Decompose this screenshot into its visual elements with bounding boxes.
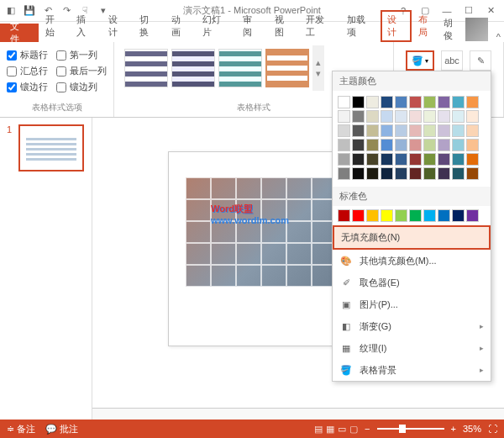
color-swatch[interactable]: [338, 209, 350, 222]
tab-addins[interactable]: 加载项: [340, 10, 381, 42]
color-swatch[interactable]: [395, 153, 407, 166]
color-swatch[interactable]: [423, 153, 436, 166]
chk-banded-row[interactable]: 镶边行: [7, 81, 48, 93]
texture-item[interactable]: ▦ 纹理(I) ▸: [333, 337, 491, 359]
notes-button[interactable]: ≑ 备注: [7, 423, 35, 435]
collapse-ribbon-icon[interactable]: ^: [493, 32, 504, 42]
color-swatch[interactable]: [438, 124, 450, 137]
chk-last-col[interactable]: 最后一列: [56, 65, 107, 77]
color-swatch[interactable]: [366, 96, 379, 108]
color-swatch[interactable]: [438, 110, 450, 123]
color-swatch[interactable]: [352, 110, 365, 123]
zoom-slider[interactable]: [377, 428, 444, 430]
style-gallery-expand[interactable]: ▴▾: [312, 45, 324, 91]
color-swatch[interactable]: [438, 153, 450, 166]
color-swatch[interactable]: [352, 209, 365, 222]
fit-view-icon[interactable]: ⛶: [488, 424, 497, 434]
maximize-icon[interactable]: ☐: [459, 3, 479, 18]
color-swatch[interactable]: [452, 139, 465, 151]
color-swatch[interactable]: [366, 124, 379, 137]
color-swatch[interactable]: [381, 153, 393, 166]
color-swatch[interactable]: [381, 139, 393, 151]
color-swatch[interactable]: [352, 167, 365, 180]
color-swatch[interactable]: [352, 96, 365, 108]
color-swatch[interactable]: [381, 209, 393, 222]
color-swatch[interactable]: [381, 96, 393, 108]
color-swatch[interactable]: [466, 96, 479, 108]
color-swatch[interactable]: [423, 124, 436, 137]
eyedropper-item[interactable]: ✐ 取色器(E): [333, 272, 491, 293]
color-swatch[interactable]: [466, 139, 479, 151]
tab-home[interactable]: 开始: [39, 10, 71, 42]
color-swatch[interactable]: [452, 209, 465, 222]
tab-design[interactable]: 设计: [102, 10, 134, 42]
chk-first-col[interactable]: 第一列: [56, 49, 107, 61]
tab-table-layout[interactable]: 布局: [412, 10, 444, 42]
powerpoint-icon[interactable]: ◧: [3, 3, 18, 18]
color-swatch[interactable]: [409, 139, 422, 151]
color-swatch[interactable]: [438, 167, 450, 180]
color-swatch[interactable]: [381, 110, 393, 123]
color-swatch[interactable]: [438, 139, 450, 151]
slide-thumbnail-1[interactable]: [18, 124, 84, 172]
color-swatch[interactable]: [338, 124, 350, 137]
color-swatch[interactable]: [366, 209, 379, 222]
color-swatch[interactable]: [409, 96, 422, 108]
color-swatch[interactable]: [409, 153, 422, 166]
color-swatch[interactable]: [381, 167, 393, 180]
color-swatch[interactable]: [452, 153, 465, 166]
tab-slideshow[interactable]: 幻灯片: [196, 10, 236, 42]
tab-review[interactable]: 审阅: [236, 10, 268, 42]
color-swatch[interactable]: [452, 96, 465, 108]
slideshow-view-icon[interactable]: ▢: [349, 424, 358, 435]
color-swatch[interactable]: [438, 96, 450, 108]
reading-view-icon[interactable]: ▭: [338, 424, 346, 435]
chk-header-row[interactable]: 标题行: [7, 49, 48, 61]
no-fill-item[interactable]: 无填充颜色(N): [333, 225, 491, 250]
color-swatch[interactable]: [352, 139, 365, 151]
tab-insert[interactable]: 插入: [70, 10, 102, 42]
table-bg-item[interactable]: 🪣 表格背景 ▸: [333, 359, 491, 381]
color-swatch[interactable]: [338, 167, 350, 180]
pen-button[interactable]: ✎: [470, 50, 491, 71]
color-swatch[interactable]: [466, 167, 479, 180]
tab-file[interactable]: 文件: [0, 24, 39, 42]
picture-item[interactable]: ▣ 图片(P)...: [333, 293, 491, 315]
color-swatch[interactable]: [381, 124, 393, 137]
color-swatch[interactable]: [409, 124, 422, 137]
color-swatch[interactable]: [423, 167, 436, 180]
shading-button[interactable]: 🪣▾: [406, 50, 434, 71]
color-swatch[interactable]: [338, 96, 350, 108]
zoom-in-icon[interactable]: +: [451, 424, 456, 434]
color-swatch[interactable]: [366, 139, 379, 151]
color-swatch[interactable]: [452, 110, 465, 123]
tab-view[interactable]: 视图: [268, 10, 300, 42]
notes-pane[interactable]: [92, 408, 504, 420]
text-effects-button[interactable]: abc: [441, 50, 463, 71]
color-swatch[interactable]: [352, 153, 365, 166]
tab-transition[interactable]: 切换: [133, 10, 165, 42]
color-swatch[interactable]: [423, 96, 436, 108]
color-swatch[interactable]: [338, 139, 350, 151]
color-swatch[interactable]: [395, 96, 407, 108]
color-swatch[interactable]: [352, 124, 365, 137]
style-preview-1[interactable]: [124, 49, 168, 87]
gradient-item[interactable]: ◧ 渐变(G) ▸: [333, 315, 491, 337]
color-swatch[interactable]: [452, 167, 465, 180]
color-swatch[interactable]: [466, 124, 479, 137]
color-swatch[interactable]: [395, 139, 407, 151]
color-swatch[interactable]: [423, 110, 436, 123]
style-preview-2[interactable]: [171, 49, 215, 87]
zoom-out-icon[interactable]: −: [365, 424, 370, 434]
color-swatch[interactable]: [395, 124, 407, 137]
color-swatch[interactable]: [409, 167, 422, 180]
tab-animation[interactable]: 动画: [165, 10, 197, 42]
chk-total-row[interactable]: 汇总行: [7, 65, 48, 77]
color-swatch[interactable]: [366, 167, 379, 180]
chk-banded-col[interactable]: 镶边列: [56, 81, 107, 93]
color-swatch[interactable]: [438, 209, 450, 222]
sorter-view-icon[interactable]: ▦: [326, 424, 334, 435]
color-swatch[interactable]: [409, 209, 422, 222]
style-preview-4[interactable]: [265, 49, 309, 87]
more-colors-item[interactable]: 🎨 其他填充颜色(M)...: [333, 250, 491, 272]
